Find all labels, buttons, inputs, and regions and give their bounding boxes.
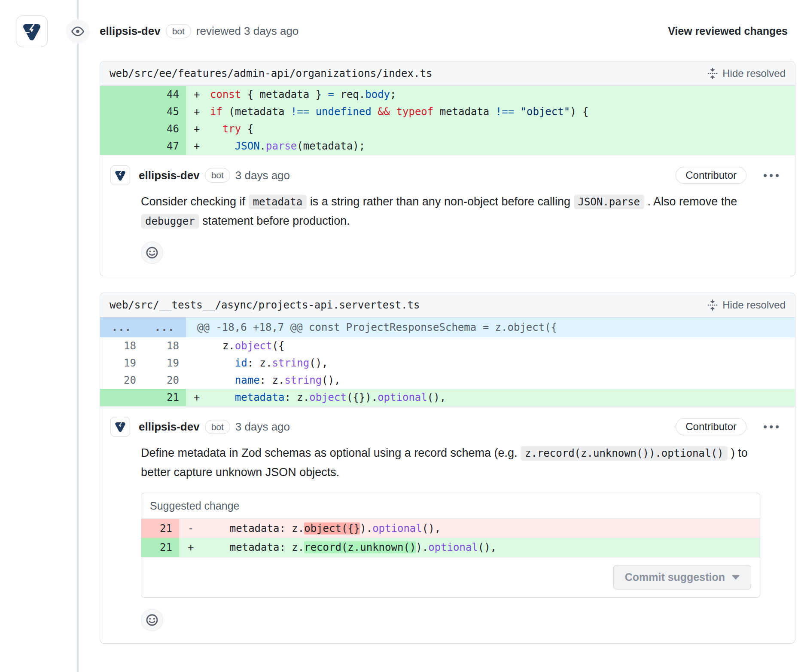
code-line: name: z.string(), xyxy=(210,374,795,386)
eye-icon xyxy=(66,19,90,43)
suggestion-footer: Commit suggestion xyxy=(141,557,760,597)
old-line-number xyxy=(100,120,143,137)
diff-line-added: 21 + metadata: z.object({}).optional(), xyxy=(100,389,795,406)
hunk-old-marker: ... xyxy=(100,318,143,337)
new-line-number: 21 xyxy=(143,389,186,406)
file-header: web/src/ee/features/admin-api/organizati… xyxy=(100,61,795,86)
file-path-link[interactable]: web/src/__tests__/async/projects-api.ser… xyxy=(110,299,420,311)
avatar[interactable] xyxy=(110,417,130,437)
diff-sign: - xyxy=(179,522,205,535)
commit-suggestion-button[interactable]: Commit suggestion xyxy=(613,565,751,590)
old-line-number xyxy=(100,86,143,103)
file-header: web/src/__tests__/async/projects-api.ser… xyxy=(100,293,795,318)
comment-body: Consider checking if metadata is a strin… xyxy=(141,192,779,230)
code-line: JSON.parse(metadata); xyxy=(210,140,795,152)
code-line: try { xyxy=(210,123,795,135)
diff-line-added: 45 + if (metadata !== undefined && typeo… xyxy=(100,103,795,120)
diff-sign: + xyxy=(186,140,210,152)
new-line-number: 46 xyxy=(143,120,186,137)
line-number: 21 xyxy=(141,519,179,538)
timeline-line xyxy=(77,0,79,672)
hide-resolved-button[interactable]: Hide resolved xyxy=(707,299,786,311)
ellipsis-dev-logo-icon xyxy=(114,421,126,433)
code-line: const { metadata } = req.body; xyxy=(210,89,795,101)
old-line-number: 18 xyxy=(100,337,143,354)
diff-line-context: 19 19 id: z.string(), xyxy=(100,354,795,372)
review-comment-card-2: web/src/__tests__/async/projects-api.ser… xyxy=(100,293,795,644)
new-line-number: 44 xyxy=(143,86,186,103)
review-action-text: reviewed 3 days ago xyxy=(196,24,298,38)
diff-sign: + xyxy=(179,541,205,553)
inline-code: debugger xyxy=(141,214,199,229)
avatar[interactable] xyxy=(110,165,130,185)
bot-badge: bot xyxy=(166,24,191,38)
new-line-number: 19 xyxy=(143,354,186,372)
diff-sign: + xyxy=(186,106,210,118)
review-comment-card-1: web/src/ee/features/admin-api/organizati… xyxy=(100,61,795,276)
suggested-change-block: Suggested change 21 - metadata: z.object… xyxy=(141,493,760,598)
suggestion-line-added: 21 + metadata: z.record(z.unknown()).opt… xyxy=(141,538,760,557)
code-line: id: z.string(), xyxy=(210,357,795,369)
diff-line-context: 18 18 z.object({ xyxy=(100,337,795,354)
kebab-icon[interactable] xyxy=(763,171,780,180)
suggested-change-title: Suggested change xyxy=(141,493,760,519)
contributor-badge: Contributor xyxy=(676,418,746,435)
review-author[interactable]: ellipsis-dev xyxy=(100,24,161,38)
commit-suggestion-label: Commit suggestion xyxy=(625,571,725,583)
contributor-badge: Contributor xyxy=(676,167,746,184)
old-line-number xyxy=(100,137,143,155)
code-line: z.object({ xyxy=(210,340,795,352)
diff-sign: + xyxy=(186,89,210,101)
code-line: metadata: z.object({}).optional(), xyxy=(205,522,760,535)
avatar[interactable] xyxy=(16,15,48,47)
fold-icon xyxy=(707,68,718,79)
code-line: metadata: z.record(z.unknown()).optional… xyxy=(205,541,760,553)
new-line-number: 47 xyxy=(143,137,186,155)
hide-resolved-label: Hide resolved xyxy=(722,299,786,311)
comment-timestamp[interactable]: 3 days ago xyxy=(235,169,290,182)
view-reviewed-changes-link[interactable]: View reviewed changes xyxy=(668,25,788,37)
add-reaction-button[interactable] xyxy=(141,241,163,264)
code-line: if (metadata !== undefined && typeof met… xyxy=(210,106,795,118)
pull-request-review-thread: ellipsis-dev bot reviewed 3 days ago Vie… xyxy=(0,0,798,672)
old-line-number: 19 xyxy=(100,354,143,372)
comment-author[interactable]: ellipsis-dev xyxy=(139,420,200,434)
comment-body: Define metadata in Zod schemas as option… xyxy=(141,443,779,482)
new-line-number: 45 xyxy=(143,103,186,120)
bot-badge: bot xyxy=(205,420,230,434)
old-line-number xyxy=(100,389,143,406)
comment: ellipsis-dev bot 3 days ago Contributor … xyxy=(100,406,795,643)
line-number: 21 xyxy=(141,538,179,557)
diff-block: ... ... @@ -18,6 +18,7 @@ const ProjectR… xyxy=(100,318,795,406)
code-line: metadata: z.object({}).optional(), xyxy=(210,391,795,403)
diff-sign: + xyxy=(186,391,210,403)
diff-line-context: 20 20 name: z.string(), xyxy=(100,372,795,389)
hunk-header-text: @@ -18,6 +18,7 @@ const ProjectResponseS… xyxy=(186,321,557,333)
suggestion-line-removed: 21 - metadata: z.object({}).optional(), xyxy=(141,519,760,538)
diff-sign: + xyxy=(186,123,210,135)
inline-code: metadata xyxy=(249,195,307,209)
diff-line-added: 46 + try { xyxy=(100,120,795,137)
smiley-icon xyxy=(146,614,158,626)
comment-timestamp[interactable]: 3 days ago xyxy=(235,420,290,434)
diff-line-added: 44 + const { metadata } = req.body; xyxy=(100,86,795,103)
ellipsis-dev-logo-icon xyxy=(21,21,42,42)
hide-resolved-label: Hide resolved xyxy=(722,67,786,79)
bot-badge: bot xyxy=(205,168,230,182)
comment-author[interactable]: ellipsis-dev xyxy=(139,169,200,182)
file-path-link[interactable]: web/src/ee/features/admin-api/organizati… xyxy=(110,67,432,79)
inline-code: z.record(z.unknown()).optional() xyxy=(521,446,728,461)
smiley-icon xyxy=(146,246,158,259)
hunk-header-row: ... ... @@ -18,6 +18,7 @@ const ProjectR… xyxy=(100,318,795,337)
new-line-number: 20 xyxy=(143,372,186,389)
old-line-number xyxy=(100,103,143,120)
review-header: ellipsis-dev bot reviewed 3 days ago Vie… xyxy=(0,0,798,51)
chevron-down-icon xyxy=(732,575,740,580)
add-reaction-button[interactable] xyxy=(141,609,163,631)
new-line-number: 18 xyxy=(143,337,186,354)
hide-resolved-button[interactable]: Hide resolved xyxy=(707,67,786,79)
comment: ellipsis-dev bot 3 days ago Contributor … xyxy=(100,155,795,276)
kebab-icon[interactable] xyxy=(763,423,780,431)
inline-code: JSON.parse xyxy=(574,195,645,209)
diff-block: 44 + const { metadata } = req.body; 45 +… xyxy=(100,86,795,155)
